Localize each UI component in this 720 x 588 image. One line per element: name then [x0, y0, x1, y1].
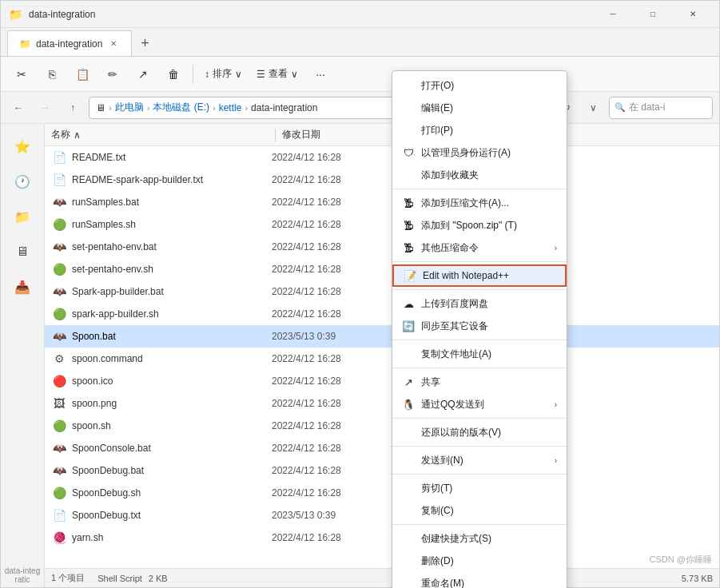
menu-item-rename[interactable]: 重命名(M)	[392, 572, 567, 588]
file-icon: 🟢	[51, 306, 67, 322]
file-name: yarn.sh	[72, 532, 272, 543]
delete-button[interactable]: 🗑	[159, 60, 188, 89]
menu-item-icon-cut	[402, 482, 415, 495]
file-name: spoon.command	[72, 353, 272, 364]
new-tab-button[interactable]: +	[132, 30, 157, 56]
file-name: spark-app-builder.sh	[72, 308, 272, 320]
file-row[interactable]: 🟢 spark-app-builder.sh 2022/4/12 16:28	[45, 303, 719, 325]
file-row[interactable]: 🦇 SpoonConsole.bat 2022/4/12 16:28	[45, 437, 719, 459]
menu-item-add-spoon-zip[interactable]: 🗜添加到 "Spoon.zip" (T)	[392, 214, 567, 236]
file-name: SpoonConsole.bat	[72, 443, 272, 454]
sort-button[interactable]: ↕ 排序 ∨	[198, 62, 249, 87]
status-filesize: 2 KB	[149, 574, 168, 583]
menu-item-icon-shortcut	[402, 532, 415, 545]
file-icon: 🧶	[51, 530, 67, 546]
sidebar-icon-download[interactable]: 📥	[6, 271, 38, 303]
sidebar-icon-recent[interactable]: 🕐	[6, 165, 38, 197]
menu-item-add-zip[interactable]: 🗜添加到压缩文件(A)...	[392, 192, 567, 214]
sidebar-icon-integration[interactable]: data-integratic	[2, 563, 42, 587]
menu-item-send-to[interactable]: 发送到(N)›	[392, 449, 567, 471]
file-row[interactable]: 🦇 Spoon.bat 2023/5/13 0:39	[45, 325, 719, 348]
tab-close-button[interactable]: ✕	[107, 38, 120, 50]
file-row[interactable]: 🟢 spoon.sh 2022/4/12 16:28	[45, 415, 719, 437]
up-button[interactable]: ↑	[62, 97, 84, 119]
share-button[interactable]: ↗	[129, 60, 157, 89]
menu-item-copy[interactable]: 复制(C)	[392, 499, 567, 522]
file-icon: 🦇	[51, 284, 67, 300]
menu-item-send-qq[interactable]: 🐧通过QQ发送到›	[392, 393, 567, 415]
dropdown-button[interactable]: ∨	[582, 97, 604, 119]
tab-label: data-integration	[36, 38, 102, 50]
menu-item-label-copy-path: 复制文件地址(A)	[421, 348, 491, 361]
search-box[interactable]: 🔍 在 data-i	[609, 97, 713, 119]
menu-item-copy-path[interactable]: 复制文件地址(A)	[392, 343, 567, 365]
menu-item-icon-rename	[402, 577, 415, 588]
watermark: CSDN @你睡睡	[650, 554, 712, 566]
maximize-button[interactable]: □	[634, 1, 671, 28]
menu-item-edit[interactable]: 编辑(E)	[392, 97, 567, 119]
file-row[interactable]: 📄 README.txt 2022/4/12 16:28	[45, 146, 719, 169]
file-row[interactable]: 🦇 runSamples.bat 2022/4/12 16:28	[45, 191, 719, 213]
menu-item-icon-share: ↗	[402, 375, 415, 388]
file-icon: 🟢	[51, 217, 67, 232]
file-row[interactable]: 🧶 yarn.sh 2022/4/12 16:28	[45, 526, 719, 549]
file-name: runSamples.bat	[72, 197, 272, 208]
cut-button[interactable]: ✂	[7, 60, 36, 89]
menu-item-delete[interactable]: 删除(D)	[392, 550, 567, 572]
menu-item-label-sync-devices: 同步至其它设备	[421, 320, 488, 333]
file-row[interactable]: 📄 SpoonDebug.txt 2023/5/13 0:39	[45, 504, 719, 526]
menu-item-other-zip[interactable]: 🗜其他压缩命令›	[392, 236, 567, 259]
file-row[interactable]: 🖼 spoon.png 2022/4/12 16:28	[45, 392, 719, 415]
file-row[interactable]: 🟢 SpoonDebug.sh 2022/4/12 16:28	[45, 482, 719, 504]
menu-item-label-edit-notepad: Edit with Notepad++	[423, 270, 509, 281]
paste-button[interactable]: 📋	[68, 60, 97, 89]
menu-item-edit-notepad[interactable]: 📝Edit with Notepad++	[392, 264, 567, 287]
file-row[interactable]: 🦇 set-pentaho-env.bat 2022/4/12 16:28	[45, 236, 719, 258]
menu-item-print[interactable]: 打印(P)	[392, 119, 567, 141]
file-row[interactable]: 🔴 spoon.ico 2022/4/12 16:28	[45, 370, 719, 392]
close-button[interactable]: ✕	[674, 1, 711, 28]
file-row[interactable]: 📄 README-spark-app-builder.txt 2022/4/12…	[45, 169, 719, 191]
menu-item-label-print: 打印(P)	[421, 124, 453, 137]
breadcrumb-sep-4: ›	[245, 103, 248, 113]
menu-item-icon-copy	[402, 504, 415, 517]
file-row[interactable]: 🦇 SpoonDebug.bat 2022/4/12 16:28	[45, 459, 719, 482]
col-separator	[275, 129, 276, 141]
file-list: 📄 README.txt 2022/4/12 16:28 📄 README-sp…	[45, 146, 719, 568]
view-button[interactable]: ☰ 查看 ∨	[250, 62, 304, 87]
menu-item-cut[interactable]: 剪切(T)	[392, 477, 567, 499]
file-row[interactable]: 🟢 runSamples.sh 2022/4/12 16:28	[45, 213, 719, 236]
menu-item-shortcut[interactable]: 创建快捷方式(S)	[392, 527, 567, 550]
col-name-header[interactable]: 名称 ∧	[51, 128, 275, 141]
minimize-button[interactable]: ─	[595, 1, 631, 28]
menu-item-open[interactable]: 打开(O)	[392, 74, 567, 97]
breadcrumb-pc[interactable]: 此电脑	[115, 101, 144, 114]
back-button[interactable]: ←	[7, 97, 30, 119]
forward-button[interactable]: →	[34, 97, 57, 119]
breadcrumb-drive[interactable]: 本地磁盘 (E:)	[153, 101, 209, 114]
sidebar-icon-star[interactable]: ⭐	[6, 130, 38, 162]
menu-item-icon-upload-baidu: ☁	[402, 297, 415, 310]
tab-data-integration[interactable]: 📁 data-integration ✕	[7, 30, 132, 56]
menu-item-label-upload-baidu: 上传到百度网盘	[421, 297, 488, 311]
menu-item-share[interactable]: ↗共享	[392, 371, 567, 393]
menu-item-arrow-other-zip: ›	[555, 244, 557, 252]
menu-item-label-copy: 复制(C)	[421, 504, 454, 518]
menu-item-upload-baidu[interactable]: ☁上传到百度网盘	[392, 292, 567, 315]
menu-item-add-favorites[interactable]: 添加到收藏夹	[392, 164, 567, 186]
menu-item-restore[interactable]: 还原以前的版本(V)	[392, 421, 567, 443]
copy-button[interactable]: ⎘	[38, 60, 66, 89]
rename-button[interactable]: ✏	[98, 60, 127, 89]
menu-item-label-restore: 还原以前的版本(V)	[421, 426, 501, 439]
file-row[interactable]: 🦇 Spark-app-builder.bat 2022/4/12 16:28	[45, 280, 719, 303]
breadcrumb-kettle[interactable]: kettle	[219, 102, 242, 113]
menu-item-sync-devices[interactable]: 🔄同步至其它设备	[392, 315, 567, 337]
sidebar-icon-pc[interactable]: 🖥	[6, 236, 38, 268]
menu-item-run-admin[interactable]: 🛡以管理员身份运行(A)	[392, 141, 567, 164]
menu-item-icon-add-favorites	[402, 169, 415, 181]
sidebar-icon-folder[interactable]: 📁	[6, 201, 38, 232]
more-button[interactable]: ···	[306, 60, 335, 89]
tabs-bar: 📁 data-integration ✕ +	[1, 28, 719, 57]
file-row[interactable]: ⚙ spoon.command 2022/4/12 16:28	[45, 348, 719, 370]
file-row[interactable]: 🟢 set-pentaho-env.sh 2022/4/12 16:28	[45, 258, 719, 280]
